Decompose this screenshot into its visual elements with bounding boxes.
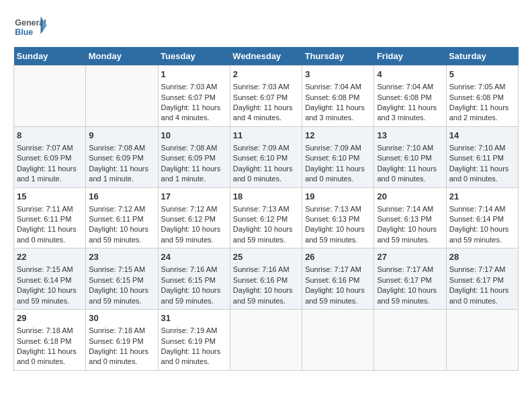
daylight-label: Daylight: 11 hours and 2 minutes.: [449, 103, 515, 124]
day-number: 16: [89, 191, 154, 203]
weekday-header-row: SundayMondayTuesdayWednesdayThursdayFrid…: [14, 47, 519, 66]
sunrise-text: Sunrise: 7:09 AM: [233, 143, 299, 153]
daylight-label: Daylight: 11 hours and 4 minutes.: [161, 103, 227, 124]
sunrise-text: Sunrise: 7:07 AM: [17, 143, 83, 153]
calendar-day-cell: 24 Sunrise: 7:16 AM Sunset: 6:15 PM Dayl…: [158, 248, 230, 310]
sunset-text: Sunset: 6:15 PM: [89, 275, 154, 285]
sunrise-text: Sunrise: 7:03 AM: [161, 82, 227, 92]
sunrise-text: Sunrise: 7:12 AM: [161, 204, 227, 214]
sunrise-text: Sunrise: 7:13 AM: [305, 204, 371, 214]
day-number: 21: [449, 191, 515, 203]
calendar-week-row: 15 Sunrise: 7:11 AM Sunset: 6:11 PM Dayl…: [14, 187, 519, 248]
sunrise-text: Sunrise: 7:08 AM: [161, 143, 227, 153]
day-number: 5: [449, 68, 515, 81]
day-number: 22: [17, 251, 83, 263]
daylight-label: Daylight: 10 hours and 59 minutes.: [377, 224, 443, 245]
daylight-label: Daylight: 10 hours and 59 minutes.: [89, 285, 154, 306]
daylight-label: Daylight: 11 hours and 1 minute.: [17, 164, 83, 185]
calendar-week-row: 8 Sunrise: 7:07 AM Sunset: 6:09 PM Dayli…: [14, 126, 519, 187]
calendar-day-cell: [302, 310, 374, 371]
daylight-label: Daylight: 11 hours and 0 minutes.: [377, 164, 443, 185]
calendar-day-cell: 31 Sunrise: 7:19 AM Sunset: 6:19 PM Dayl…: [158, 310, 230, 371]
sunrise-text: Sunrise: 7:12 AM: [89, 204, 154, 214]
day-number: 18: [233, 191, 299, 203]
day-number: 12: [305, 130, 371, 142]
weekday-header: Saturday: [446, 47, 518, 66]
sunset-text: Sunset: 6:13 PM: [305, 214, 371, 224]
day-number: 20: [377, 191, 443, 203]
sunset-text: Sunset: 6:19 PM: [89, 336, 154, 347]
day-number: 13: [377, 130, 443, 142]
calendar-day-cell: 23 Sunrise: 7:15 AM Sunset: 6:15 PM Dayl…: [86, 248, 158, 310]
daylight-label: Daylight: 11 hours and 0 minutes.: [305, 164, 371, 185]
sunrise-text: Sunrise: 7:10 AM: [377, 143, 443, 153]
daylight-label: Daylight: 10 hours and 59 minutes.: [305, 285, 371, 306]
daylight-label: Daylight: 10 hours and 59 minutes.: [17, 285, 83, 306]
calendar-day-cell: [230, 310, 302, 371]
calendar-table: SundayMondayTuesdayWednesdayThursdayFrid…: [13, 47, 519, 371]
daylight-label: Daylight: 11 hours and 1 minute.: [161, 164, 227, 185]
sunrise-text: Sunrise: 7:19 AM: [161, 326, 227, 336]
sunset-text: Sunset: 6:12 PM: [233, 214, 299, 224]
daylight-label: Daylight: 10 hours and 59 minutes.: [233, 285, 299, 306]
daylight-label: Daylight: 11 hours and 1 minute.: [89, 164, 154, 185]
daylight-label: Daylight: 11 hours and 0 minutes.: [17, 347, 83, 367]
sunrise-text: Sunrise: 7:17 AM: [305, 265, 371, 275]
sunset-text: Sunset: 6:11 PM: [449, 153, 515, 163]
daylight-label: Daylight: 11 hours and 0 minutes.: [449, 164, 515, 185]
page-header: General Blue: [13, 13, 519, 40]
daylight-label: Daylight: 10 hours and 59 minutes.: [161, 285, 227, 306]
calendar-day-cell: 22 Sunrise: 7:15 AM Sunset: 6:14 PM Dayl…: [14, 248, 86, 310]
sunrise-text: Sunrise: 7:04 AM: [377, 82, 443, 92]
calendar-day-cell: 27 Sunrise: 7:17 AM Sunset: 6:17 PM Dayl…: [374, 248, 446, 310]
sunrise-text: Sunrise: 7:15 AM: [89, 265, 154, 275]
day-number: 2: [233, 68, 299, 81]
calendar-day-cell: 15 Sunrise: 7:11 AM Sunset: 6:11 PM Dayl…: [14, 187, 86, 248]
calendar-day-cell: 16 Sunrise: 7:12 AM Sunset: 6:11 PM Dayl…: [86, 187, 158, 248]
calendar-day-cell: 4 Sunrise: 7:04 AM Sunset: 6:08 PM Dayli…: [374, 66, 446, 127]
day-number: 26: [305, 251, 371, 263]
sunset-text: Sunset: 6:17 PM: [377, 275, 443, 285]
day-number: 24: [161, 251, 227, 263]
sunset-text: Sunset: 6:08 PM: [305, 93, 371, 103]
calendar-day-cell: 20 Sunrise: 7:14 AM Sunset: 6:13 PM Dayl…: [374, 187, 446, 248]
svg-text:Blue: Blue: [15, 28, 33, 37]
day-number: 31: [161, 312, 227, 324]
calendar-day-cell: 17 Sunrise: 7:12 AM Sunset: 6:12 PM Dayl…: [158, 187, 230, 248]
sunset-text: Sunset: 6:10 PM: [305, 153, 371, 163]
logo: General Blue: [13, 13, 50, 40]
calendar-day-cell: 10 Sunrise: 7:08 AM Sunset: 6:09 PM Dayl…: [158, 126, 230, 187]
sunrise-text: Sunrise: 7:10 AM: [449, 143, 515, 153]
day-number: 4: [377, 68, 443, 81]
sunset-text: Sunset: 6:08 PM: [377, 93, 443, 103]
sunrise-text: Sunrise: 7:05 AM: [449, 82, 515, 92]
day-number: 27: [377, 251, 443, 263]
weekday-header: Thursday: [302, 47, 374, 66]
sunset-text: Sunset: 6:09 PM: [17, 153, 83, 163]
daylight-label: Daylight: 10 hours and 59 minutes.: [377, 285, 443, 306]
sunset-text: Sunset: 6:14 PM: [449, 214, 515, 224]
day-number: 28: [449, 251, 515, 263]
sunset-text: Sunset: 6:11 PM: [89, 214, 154, 224]
calendar-day-cell: 2 Sunrise: 7:03 AM Sunset: 6:07 PM Dayli…: [230, 66, 302, 127]
sunset-text: Sunset: 6:07 PM: [233, 93, 299, 103]
day-number: 19: [305, 191, 371, 203]
day-number: 17: [161, 191, 227, 203]
day-number: 8: [17, 130, 83, 142]
day-number: 3: [305, 68, 371, 81]
daylight-label: Daylight: 11 hours and 0 minutes.: [161, 347, 227, 367]
calendar-day-cell: 28 Sunrise: 7:17 AM Sunset: 6:17 PM Dayl…: [446, 248, 518, 310]
sunset-text: Sunset: 6:10 PM: [233, 153, 299, 163]
daylight-label: Daylight: 10 hours and 59 minutes.: [233, 224, 299, 245]
daylight-label: Daylight: 10 hours and 59 minutes.: [305, 224, 371, 245]
daylight-label: Daylight: 10 hours and 59 minutes.: [89, 224, 154, 245]
sunset-text: Sunset: 6:18 PM: [17, 336, 83, 347]
sunrise-text: Sunrise: 7:16 AM: [233, 265, 299, 275]
weekday-header: Tuesday: [158, 47, 230, 66]
sunrise-text: Sunrise: 7:14 AM: [377, 204, 443, 214]
calendar-day-cell: [374, 310, 446, 371]
weekday-header: Sunday: [14, 47, 86, 66]
sunrise-text: Sunrise: 7:14 AM: [449, 204, 515, 214]
calendar-day-cell: 26 Sunrise: 7:17 AM Sunset: 6:16 PM Dayl…: [302, 248, 374, 310]
calendar-week-row: 1 Sunrise: 7:03 AM Sunset: 6:07 PM Dayli…: [14, 66, 519, 127]
